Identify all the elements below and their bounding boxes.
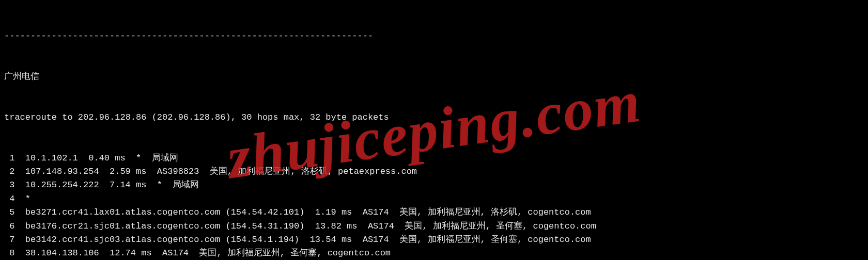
hop-detail: be3176.ccr21.sjc01.atlas.cogentco.com (1… [25,221,596,231]
hop-detail: 38.104.138.106 12.74 ms AS174 美国, 加利福尼亚州… [25,248,391,258]
traceroute-command: traceroute to 202.96.128.86 (202.96.128.… [4,111,864,124]
hop-detail: 107.148.93.254 2.59 ms AS398823 美国, 加利福尼… [25,167,417,176]
hop-row: 310.255.254.222 7.14 ms * 局域网 [4,178,864,192]
hop-detail: be3142.ccr41.sjc03.atlas.cogentco.com (1… [25,235,591,245]
hop-number: 8 [4,247,14,260]
hop-number: 1 [4,152,14,165]
hop-number: 2 [4,165,14,178]
hop-row: 6be3176.ccr21.sjc01.atlas.cogentco.com (… [4,220,864,233]
hop-row: 2107.148.93.254 2.59 ms AS398823 美国, 加利福… [4,165,864,178]
terminal-output: ----------------------------------------… [0,0,868,260]
hop-row: 7be3142.ccr41.sjc03.atlas.cogentco.com (… [4,233,864,247]
hop-detail: * [25,194,30,204]
hop-number: 5 [4,206,14,219]
hop-row: 110.1.102.1 0.40 ms * 局域网 [4,152,864,165]
hop-detail: 10.1.102.1 0.40 ms * 局域网 [25,153,178,163]
hop-number: 4 [4,192,14,206]
hop-row: 4* [4,192,864,206]
hop-row: 838.104.138.106 12.74 ms AS174 美国, 加利福尼亚… [4,247,864,260]
separator-line: ----------------------------------------… [4,29,864,43]
hop-detail: 10.255.254.222 7.14 ms * 局域网 [25,180,199,190]
hop-number: 3 [4,178,14,192]
hop-number: 7 [4,233,14,247]
hop-row: 5be3271.ccr41.lax01.atlas.cogentco.com (… [4,206,864,219]
hop-number: 6 [4,220,14,233]
route-title: 广州电信 [4,70,864,84]
hop-list: 110.1.102.1 0.40 ms * 局域网2107.148.93.254… [4,152,864,260]
hop-detail: be3271.ccr41.lax01.atlas.cogentco.com (1… [25,207,591,217]
